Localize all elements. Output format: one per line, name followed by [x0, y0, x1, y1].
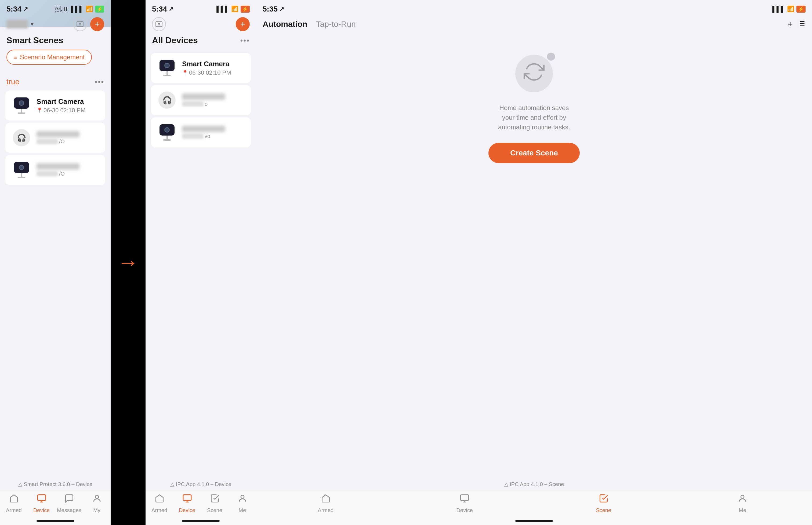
tab-messages-1[interactable]: Messages	[55, 494, 83, 514]
tab-bar-1: Armed Device Messages	[0, 490, 110, 525]
device-info-camera2-1: /O	[36, 163, 99, 177]
tab-armed-1[interactable]: Armed	[0, 494, 28, 514]
tab-label-scene-3: Scene	[596, 507, 611, 513]
tab-my-1[interactable]: My	[83, 494, 110, 514]
tab-armed-3[interactable]: Armed	[256, 494, 395, 514]
home-icon-armed-3	[321, 494, 330, 506]
tab-label-armed-2: Armed	[151, 507, 167, 513]
tab-automation[interactable]: Automation	[263, 19, 308, 29]
tab-tap-to-run[interactable]: Tap-to-Run	[316, 19, 356, 29]
me-icon-3	[738, 494, 747, 506]
signal-bars-2: ▌▌▌	[217, 6, 229, 13]
tab-label-me-2: Me	[239, 507, 246, 513]
panel-ipc-device: 5:34 ↗ ▌▌▌ 📶 ⚡ + All Devices •••	[146, 0, 256, 525]
device-sub-earbuds-2: o	[182, 101, 245, 107]
tab-label-device-2: Device	[179, 507, 195, 513]
tab-me-2[interactable]: Me	[228, 494, 256, 514]
device-sub-camera-1: 📍 06-30 02:10 PM	[36, 107, 99, 114]
device-name-camera-2: Smart Camera	[182, 60, 245, 68]
wifi-icon-3: 📶	[787, 6, 794, 13]
home-indicator-1	[36, 520, 74, 522]
tab-label-me-3: Me	[739, 507, 746, 513]
app-version-2: △ IPC App 4.1.0 – Device	[146, 481, 256, 487]
collapse-btn[interactable]: true	[6, 78, 19, 86]
messages-icon-1	[64, 494, 74, 506]
svg-point-13	[741, 495, 744, 498]
status-time-2: 5:34 ↗	[152, 5, 174, 13]
home-icon-armed-1	[9, 494, 19, 506]
device-card-earbuds-1[interactable]: 🎧 /O	[5, 123, 105, 153]
nav-arrow-3: ↗	[279, 6, 284, 13]
signal-bars-3: ▌▌▌	[772, 6, 785, 13]
device-sub-camera2-1: /O	[36, 171, 99, 177]
tab-scene-3[interactable]: Scene	[534, 494, 673, 514]
svg-point-5	[241, 495, 244, 498]
layers-icon: ≡	[13, 54, 17, 61]
svg-point-3	[158, 23, 160, 25]
device-name-camera2-1	[36, 163, 99, 170]
tab-bar-2: Armed Device Scene	[146, 490, 256, 525]
tab-device-2[interactable]: Device	[173, 494, 201, 514]
add-button-2[interactable]: +	[236, 17, 250, 31]
device-card-camera-1[interactable]: Smart Camera 📍 06-30 02:10 PM	[5, 90, 105, 121]
add-button-1[interactable]: +	[90, 17, 104, 31]
automation-icons: +	[787, 19, 806, 29]
camera2-thumb-1	[12, 160, 31, 180]
more-options-1[interactable]: •••	[95, 78, 104, 86]
tab-label-device-1: Device	[33, 507, 50, 513]
list-icon-3[interactable]	[797, 19, 806, 29]
device-icon-2	[182, 494, 192, 506]
signal-bars-1: ▌▌▌	[71, 6, 84, 13]
device-card-camera-2[interactable]: Smart Camera 📍 06-30 02:10 PM	[151, 53, 251, 83]
scene-icon-2	[210, 494, 220, 506]
device-icon-1	[37, 494, 46, 506]
tab-armed-2[interactable]: Armed	[146, 494, 173, 514]
me-icon-2	[238, 494, 247, 506]
nav-arrow-1: ↗	[23, 6, 28, 13]
tab-label-armed-3: Armed	[318, 507, 334, 513]
wifi-icon-1: 📶	[86, 6, 93, 13]
plus-icon-3[interactable]: +	[787, 19, 793, 29]
sync-icon	[523, 61, 545, 86]
tab-label-armed-1: Armed	[6, 507, 22, 513]
home-title-area: ▾	[6, 20, 33, 28]
home-indicator-2	[182, 520, 220, 522]
device-info-camera-1: Smart Camera 📍 06-30 02:10 PM	[36, 97, 99, 114]
device-card-camera2-1[interactable]: /O	[5, 155, 105, 185]
arrow-icon: →	[117, 250, 139, 275]
app-version-3: △ IPC App 4.1.0 – Scene	[256, 481, 812, 487]
empty-text: Home automation saves your time and effo…	[494, 103, 574, 132]
spacer-3	[256, 174, 812, 525]
smart-scenes-section: Smart Scenes ≡ Scenario Management	[0, 33, 110, 70]
device-name-camera2-2	[182, 125, 245, 132]
camera-nav-icon[interactable]	[73, 17, 87, 31]
dropdown-arrow[interactable]: ▾	[31, 21, 33, 28]
more-dots-2[interactable]: •••	[240, 36, 250, 45]
device-card-camera2-2[interactable]: vo	[151, 117, 251, 147]
camera-thumb-1	[12, 96, 31, 115]
earbuds-thumb-2: 🎧	[157, 90, 177, 110]
device-sub-camera2-2: vo	[182, 133, 245, 139]
camera-nav-icon-2[interactable]	[152, 17, 166, 31]
wifi-icon-2: 📶	[231, 6, 238, 13]
tab-me-3[interactable]: Me	[673, 494, 812, 514]
svg-point-0	[79, 23, 81, 25]
scenario-management-btn[interactable]: ≡ Scenario Management	[6, 50, 92, 65]
status-icons-3: ▌▌▌ 📶 ⚡	[772, 6, 806, 13]
tab-scene-2[interactable]: Scene	[201, 494, 228, 514]
device-sub-earbuds-1: /O	[36, 138, 99, 145]
status-bar-1: 5:34 ↗ .III; ▌▌▌ 📶 ⚡	[0, 0, 110, 16]
create-scene-button[interactable]: Create Scene	[488, 143, 580, 163]
location-icon-1: 📍	[36, 107, 42, 113]
tab-device-3[interactable]: Device	[395, 494, 534, 514]
tab-label-my-1: My	[93, 507, 100, 513]
signal-icon-1: .III;	[55, 6, 69, 13]
device-card-earbuds-2[interactable]: 🎧 o	[151, 85, 251, 115]
earbuds-thumb-1: 🎧	[12, 128, 31, 147]
automation-tabs: Automation Tap-to-Run	[263, 19, 356, 29]
transition-arrow: →	[110, 0, 146, 525]
status-bar-3: 5:35 ↗ ▌▌▌ 📶 ⚡	[256, 0, 812, 16]
tab-label-messages-1: Messages	[57, 507, 82, 513]
tab-device-1[interactable]: Device	[28, 494, 55, 514]
all-devices-title: All Devices	[152, 35, 198, 45]
